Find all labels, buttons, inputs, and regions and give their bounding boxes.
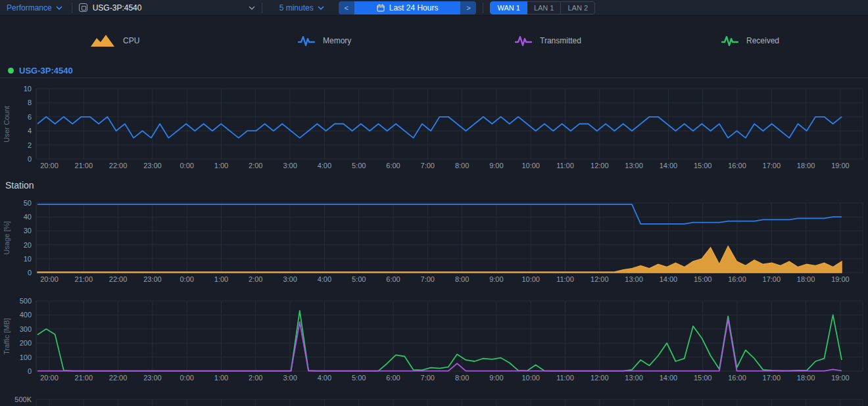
svg-text:18:00: 18:00 xyxy=(797,275,815,283)
svg-text:19:00: 19:00 xyxy=(831,374,850,382)
svg-text:4:00: 4:00 xyxy=(318,275,331,283)
svg-text:22:00: 22:00 xyxy=(109,374,128,382)
svg-text:200: 200 xyxy=(20,339,32,347)
svg-text:8: 8 xyxy=(28,99,32,106)
svg-text:12:00: 12:00 xyxy=(591,374,609,382)
svg-text:11:00: 11:00 xyxy=(556,162,574,169)
svg-text:3:00: 3:00 xyxy=(283,162,297,169)
svg-text:23:00: 23:00 xyxy=(143,275,162,283)
svg-text:10:00: 10:00 xyxy=(521,162,540,169)
svg-text:2:00: 2:00 xyxy=(249,162,262,169)
svg-text:2:00: 2:00 xyxy=(249,275,262,283)
svg-text:0: 0 xyxy=(28,367,32,375)
svg-text:20:00: 20:00 xyxy=(40,374,59,382)
svg-text:16:00: 16:00 xyxy=(728,162,746,169)
svg-text:8:00: 8:00 xyxy=(455,275,469,283)
svg-text:12:00: 12:00 xyxy=(591,162,609,169)
svg-text:1:00: 1:00 xyxy=(214,162,228,169)
svg-text:8:00: 8:00 xyxy=(455,374,469,382)
svg-text:23:00: 23:00 xyxy=(143,374,162,382)
svg-text:1:00: 1:00 xyxy=(214,374,228,382)
svg-text:100: 100 xyxy=(20,353,32,361)
svg-text:7:00: 7:00 xyxy=(421,275,435,283)
svg-text:6:00: 6:00 xyxy=(386,374,400,382)
svg-text:18:00: 18:00 xyxy=(797,162,815,169)
svg-text:14:00: 14:00 xyxy=(660,374,678,382)
svg-text:5:00: 5:00 xyxy=(352,374,366,382)
svg-text:Traffic [MB]: Traffic [MB] xyxy=(3,318,11,355)
memory-usage-line xyxy=(37,204,842,224)
svg-text:300: 300 xyxy=(20,325,32,333)
svg-text:40: 40 xyxy=(24,213,32,221)
svg-text:19:00: 19:00 xyxy=(831,162,850,169)
svg-text:20:00: 20:00 xyxy=(40,162,59,169)
svg-text:13:00: 13:00 xyxy=(625,374,643,382)
performance-charts: 024681020:0021:0022:0023:000:001:002:003… xyxy=(0,0,868,406)
svg-text:7:00: 7:00 xyxy=(421,374,435,382)
svg-text:3:00: 3:00 xyxy=(283,374,297,382)
svg-text:5:00: 5:00 xyxy=(352,162,366,169)
svg-text:17:00: 17:00 xyxy=(763,162,781,169)
svg-text:18:00: 18:00 xyxy=(797,374,815,382)
svg-text:5:00: 5:00 xyxy=(352,275,366,283)
svg-text:0:00: 0:00 xyxy=(180,162,193,169)
svg-text:400: 400 xyxy=(20,311,32,319)
svg-text:21:00: 21:00 xyxy=(75,275,93,283)
svg-text:15:00: 15:00 xyxy=(694,374,712,382)
svg-text:3:00: 3:00 xyxy=(283,275,297,283)
svg-text:10: 10 xyxy=(24,255,32,263)
svg-text:15:00: 15:00 xyxy=(694,162,712,169)
svg-text:8:00: 8:00 xyxy=(455,162,469,169)
svg-text:4:00: 4:00 xyxy=(318,162,331,169)
svg-text:50: 50 xyxy=(24,199,32,207)
svg-text:9:00: 9:00 xyxy=(489,162,503,169)
svg-text:0: 0 xyxy=(28,155,32,163)
svg-text:23:00: 23:00 xyxy=(143,162,162,169)
svg-text:2:00: 2:00 xyxy=(249,374,262,382)
svg-text:22:00: 22:00 xyxy=(109,275,128,283)
svg-text:16:00: 16:00 xyxy=(728,374,746,382)
svg-text:6:00: 6:00 xyxy=(386,162,400,169)
svg-text:30: 30 xyxy=(24,227,32,235)
svg-text:11:00: 11:00 xyxy=(556,275,574,283)
svg-text:0:00: 0:00 xyxy=(180,374,193,382)
svg-text:20:00: 20:00 xyxy=(40,275,59,283)
svg-text:16:00: 16:00 xyxy=(728,275,746,283)
svg-text:0: 0 xyxy=(28,269,32,277)
svg-text:500: 500 xyxy=(20,297,32,305)
svg-text:6:00: 6:00 xyxy=(386,275,400,283)
svg-text:20: 20 xyxy=(24,241,32,249)
svg-text:10:00: 10:00 xyxy=(521,275,540,283)
svg-text:17:00: 17:00 xyxy=(763,275,781,283)
svg-text:17:00: 17:00 xyxy=(763,374,781,382)
svg-text:9:00: 9:00 xyxy=(489,374,503,382)
svg-text:6: 6 xyxy=(28,113,32,121)
svg-text:Usage [%]: Usage [%] xyxy=(3,221,11,255)
svg-text:10:00: 10:00 xyxy=(521,374,540,382)
svg-text:21:00: 21:00 xyxy=(75,374,93,382)
svg-text:9:00: 9:00 xyxy=(489,275,503,283)
svg-text:15:00: 15:00 xyxy=(694,275,712,283)
svg-text:22:00: 22:00 xyxy=(109,162,128,169)
transmitted-line xyxy=(37,319,842,371)
svg-text:13:00: 13:00 xyxy=(625,275,643,283)
svg-text:4: 4 xyxy=(28,127,32,135)
svg-text:12:00: 12:00 xyxy=(591,275,609,283)
svg-text:User Count: User Count xyxy=(3,106,11,143)
performance-dashboard: Performance USG-3P:4540 5 minutes < L xyxy=(0,0,868,406)
svg-text:0:00: 0:00 xyxy=(180,275,193,283)
svg-text:2: 2 xyxy=(28,141,32,149)
cpu-usage-area xyxy=(37,246,842,273)
svg-text:10: 10 xyxy=(24,85,32,93)
svg-text:500K: 500K xyxy=(14,395,32,403)
svg-text:19:00: 19:00 xyxy=(831,275,850,283)
svg-text:13:00: 13:00 xyxy=(625,162,643,169)
svg-text:21:00: 21:00 xyxy=(75,162,93,169)
svg-text:14:00: 14:00 xyxy=(660,275,678,283)
svg-text:11:00: 11:00 xyxy=(556,374,574,382)
svg-text:4:00: 4:00 xyxy=(318,374,331,382)
svg-text:1:00: 1:00 xyxy=(214,275,228,283)
user-count-line xyxy=(37,117,842,138)
svg-text:14:00: 14:00 xyxy=(660,162,678,169)
svg-text:7:00: 7:00 xyxy=(421,162,435,169)
